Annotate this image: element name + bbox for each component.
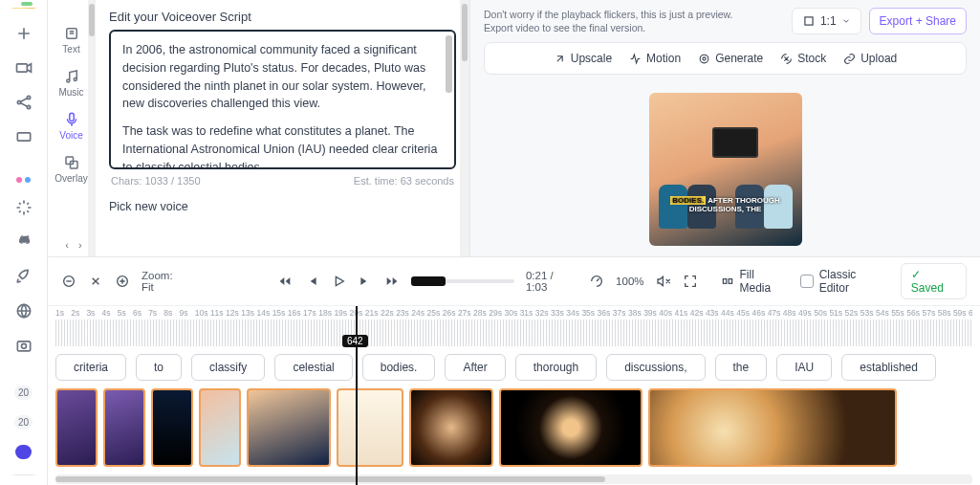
credits-chip-b[interactable]: 20 (14, 415, 33, 430)
status-chip[interactable] (15, 445, 31, 459)
clip[interactable] (103, 388, 145, 467)
mode-tabs: Text Music Voice Overlay ‹ › (48, 0, 96, 256)
video-icon[interactable] (14, 58, 33, 77)
est-time: Est. time: 63 seconds (354, 175, 454, 187)
prev-icon[interactable] (304, 274, 319, 289)
chevron-right-icon[interactable]: › (78, 239, 82, 251)
script-textarea[interactable]: In 2006, the astronomical community face… (109, 30, 456, 169)
chevron-left-icon[interactable]: ‹ (65, 239, 69, 251)
camera-icon[interactable] (14, 336, 33, 355)
credits-chip-a[interactable]: 20 (14, 386, 33, 400)
discord-icon[interactable] (14, 232, 33, 252)
clip[interactable] (499, 388, 642, 467)
svg-point-9 (66, 79, 69, 82)
word-chip[interactable]: criteria (55, 354, 126, 381)
aspect-ratio-button[interactable]: 1:1 (792, 8, 861, 34)
rewind-icon[interactable] (277, 274, 293, 289)
zoom-label[interactable]: Zoom: Fit (142, 270, 187, 293)
gen-toolbar: Upscale Motion Generate Stock Upload (484, 42, 967, 75)
seek-bar[interactable] (411, 279, 514, 283)
clip-track (55, 388, 972, 473)
h-scrollbar[interactable] (55, 474, 972, 484)
saved-indicator: ✓ Saved (901, 263, 967, 299)
clip[interactable] (151, 388, 193, 467)
preview-frame: BODIES. AFTER THOROUGHDISCUSSIONS, THE (649, 93, 802, 246)
rocket-icon[interactable] (14, 267, 33, 286)
svg-rect-6 (17, 342, 30, 351)
word-chip[interactable]: celestial (274, 354, 352, 381)
upload-button[interactable]: Upload (843, 52, 897, 65)
word-track: criteriatoclassifycelestialbodies.Aftert… (55, 350, 972, 388)
svg-rect-4 (17, 133, 30, 141)
clip[interactable] (55, 388, 98, 467)
card-icon[interactable] (14, 127, 33, 146)
fullscreen-icon[interactable] (683, 274, 698, 289)
clip[interactable] (247, 388, 331, 467)
mute-icon[interactable] (656, 274, 671, 289)
stock-button[interactable]: Stock (780, 52, 826, 65)
timeline: 1s2s3s4s5s6s7s8s9s10s11s12s13s14s15s16s1… (48, 306, 980, 485)
clip[interactable] (337, 388, 403, 467)
svg-rect-11 (69, 113, 74, 121)
play-icon[interactable] (331, 274, 346, 289)
pick-voice-heading: Pick new voice (96, 187, 469, 221)
ffwd-icon[interactable] (384, 274, 400, 289)
timeline-controls: Zoom: Fit 0:21 / 1:03 100% Fill Media Cl… (48, 257, 980, 306)
expand-icon[interactable] (88, 274, 103, 289)
globe-icon[interactable] (14, 301, 33, 320)
avatar[interactable] (12, 474, 35, 475)
nav-rail: 20 20 (0, 0, 48, 485)
speed-icon[interactable] (589, 274, 604, 289)
word-chip[interactable]: classify (191, 354, 265, 381)
svg-rect-0 (16, 64, 27, 72)
word-chip[interactable]: to (136, 354, 182, 381)
svg-point-1 (17, 100, 20, 103)
script-text: The task was to redefine what constitute… (122, 122, 443, 169)
script-text: In 2006, the astronomical community face… (122, 41, 443, 113)
app-logo (11, 8, 36, 9)
clip[interactable] (648, 388, 897, 467)
generate-button[interactable]: Generate (698, 52, 763, 65)
svg-rect-19 (723, 279, 726, 284)
svg-rect-20 (729, 279, 731, 284)
export-button[interactable]: Export + Share (869, 8, 967, 34)
zoom-pct: 100% (616, 276, 643, 287)
caption-overlay: BODIES. AFTER THOROUGHDISCUSSIONS, THE (649, 196, 802, 213)
playhead[interactable] (356, 306, 358, 485)
scrollbar[interactable] (460, 0, 469, 256)
svg-point-2 (27, 96, 30, 99)
word-chip[interactable]: discussions, (606, 354, 705, 381)
script-editor: Edit your Voiceover Script In 2006, the … (96, 0, 470, 256)
time-ruler: 1s2s3s4s5s6s7s8s9s10s11s12s13s14s15s16s1… (55, 306, 972, 318)
add-icon[interactable] (14, 24, 33, 43)
classic-editor-toggle[interactable]: Classic Editor (800, 268, 889, 295)
preview-note: Don't worry if the playback flickers, th… (484, 8, 733, 34)
char-count: Chars: 1033 / 1350 (111, 175, 201, 187)
svg-point-7 (21, 344, 26, 349)
clip[interactable] (409, 388, 493, 467)
share-icon[interactable] (14, 93, 33, 112)
word-chip[interactable]: thorough (515, 354, 597, 381)
scrollbar[interactable] (88, 0, 96, 256)
word-chip[interactable]: IAU (776, 354, 832, 381)
sparkle-icon[interactable] (14, 198, 33, 217)
zoom-in-icon[interactable] (115, 274, 130, 289)
chevron-down-icon (841, 16, 851, 26)
scrollbar[interactable] (446, 35, 452, 93)
clip[interactable] (199, 388, 241, 467)
svg-point-3 (27, 105, 30, 108)
waveform[interactable] (55, 320, 972, 346)
word-chip[interactable]: established (841, 354, 936, 381)
next-icon[interactable] (358, 274, 373, 289)
zoom-out-icon[interactable] (61, 274, 76, 289)
svg-rect-14 (805, 17, 813, 25)
fill-media-button[interactable]: Fill Media (721, 268, 789, 295)
motion-button[interactable]: Motion (629, 52, 681, 65)
preview-pane: Don't worry if the playback flickers, th… (470, 0, 980, 256)
word-chip[interactable]: After (445, 354, 505, 381)
upscale-button[interactable]: Upscale (554, 52, 612, 65)
svg-point-16 (700, 55, 708, 63)
word-chip[interactable]: bodies. (362, 354, 436, 381)
svg-point-15 (703, 57, 706, 60)
word-chip[interactable]: the (715, 354, 768, 381)
